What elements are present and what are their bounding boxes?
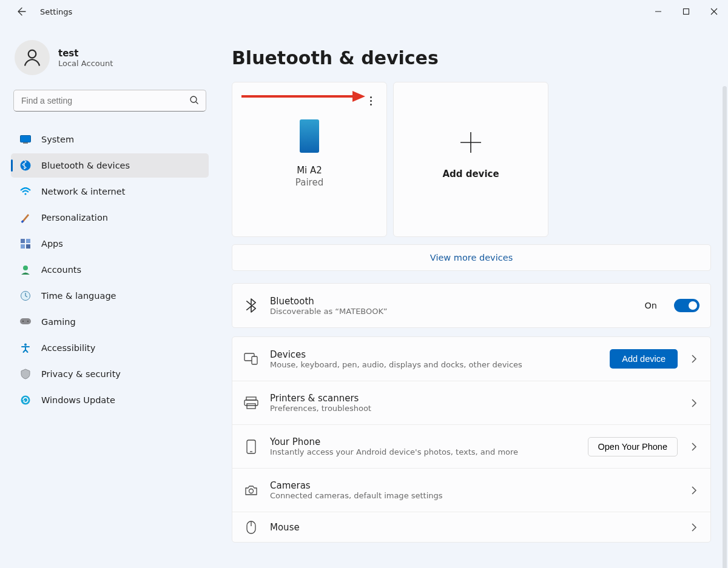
row-mouse[interactable]: Mouse [232, 512, 710, 542]
phone-row-icon [243, 439, 259, 454]
main-content: Bluetooth & devices Mi A2 Paired Add dev… [217, 23, 728, 568]
open-your-phone-button[interactable]: Open Your Phone [588, 437, 678, 456]
accessibility-icon [19, 342, 32, 354]
close-button[interactable] [700, 2, 728, 21]
nav-network-internet[interactable]: Network & internet [11, 179, 209, 204]
nav-label: Accounts [41, 265, 81, 275]
svg-rect-5 [21, 136, 31, 142]
view-more-label: View more devices [430, 253, 513, 262]
row-devices[interactable]: Devices Mouse, keyboard, pen, audio, dis… [232, 337, 710, 381]
devices-section: Devices Mouse, keyboard, pen, audio, dis… [232, 336, 711, 543]
nav-time-language[interactable]: Time & language [11, 284, 209, 308]
svg-point-8 [24, 193, 26, 195]
system-icon [19, 133, 32, 145]
chevron-right-icon [689, 523, 699, 532]
nav-privacy-security[interactable]: Privacy & security [11, 362, 209, 386]
nav-accounts[interactable]: Accounts [11, 258, 209, 282]
bluetooth-state-label: On [644, 301, 657, 310]
back-button[interactable] [15, 4, 29, 19]
minimize-icon [655, 8, 662, 15]
nav-system[interactable]: System [11, 127, 209, 152]
nav-windows-update[interactable]: Windows Update [11, 388, 209, 412]
devices-icon [243, 353, 259, 365]
svg-rect-25 [246, 397, 256, 400]
svg-rect-24 [252, 356, 257, 364]
cameras-title: Cameras [270, 480, 678, 491]
svg-point-7 [21, 161, 31, 171]
your-phone-subtitle: Instantly access your Android device's p… [270, 447, 577, 456]
phone-icon [300, 119, 319, 153]
svg-point-14 [23, 266, 28, 270]
paintbrush-icon [19, 212, 32, 224]
row-printers-scanners[interactable]: Printers & scanners Preferences, trouble… [232, 381, 710, 424]
profile-block[interactable]: test Local Account [15, 40, 209, 75]
nav-label: Apps [41, 239, 63, 249]
scrollbar[interactable] [723, 86, 727, 568]
svg-rect-27 [247, 404, 255, 409]
bluetooth-card: Bluetooth Discoverable as “MATEBOOK” On [232, 283, 711, 328]
chevron-right-icon [689, 486, 699, 495]
nav-gaming[interactable]: Gaming [11, 310, 209, 334]
bluetooth-subtitle: Discoverable as “MATEBOOK” [270, 307, 633, 316]
chevron-right-icon [689, 399, 699, 407]
avatar [15, 40, 50, 75]
search-box [13, 90, 206, 112]
device-status: Paired [295, 177, 323, 188]
apps-icon [19, 238, 32, 250]
devices-title: Devices [270, 349, 599, 360]
bluetooth-title: Bluetooth [270, 296, 633, 307]
chevron-right-icon [689, 443, 699, 451]
window-controls [644, 2, 728, 21]
mouse-title: Mouse [270, 522, 678, 533]
clock-icon [19, 290, 32, 302]
svg-rect-26 [244, 400, 258, 406]
svg-point-20 [21, 396, 30, 405]
nav-label: System [41, 135, 74, 144]
nav-bluetooth-devices[interactable]: Bluetooth & devices [11, 153, 209, 178]
gaming-icon [19, 316, 32, 328]
plus-icon [457, 127, 485, 158]
add-device-button[interactable]: Add device [610, 349, 678, 369]
maximize-button[interactable] [672, 2, 700, 21]
nav-list: System Bluetooth & devices Network & int… [11, 127, 209, 412]
printers-subtitle: Preferences, troubleshoot [270, 404, 678, 413]
your-phone-title: Your Phone [270, 436, 577, 447]
sidebar: test Local Account System Bluetooth & de… [0, 23, 217, 568]
search-icon [189, 95, 199, 107]
devices-subtitle: Mouse, keyboard, pen, audio, displays an… [270, 360, 599, 369]
svg-rect-6 [23, 142, 28, 144]
cameras-subtitle: Connected cameras, default image setting… [270, 491, 678, 500]
nav-label: Windows Update [41, 395, 115, 405]
wifi-icon [19, 185, 32, 198]
svg-rect-1 [684, 9, 689, 15]
bluetooth-row-icon [243, 298, 259, 313]
bluetooth-toggle[interactable] [674, 299, 699, 312]
user-subtitle: Local Account [58, 59, 113, 68]
maximize-icon [682, 8, 690, 15]
add-device-label: Add device [442, 169, 499, 179]
search-input[interactable] [13, 90, 206, 112]
nav-accessibility[interactable]: Accessibility [11, 336, 209, 360]
nav-apps[interactable]: Apps [11, 232, 209, 256]
minimize-button[interactable] [644, 2, 672, 21]
svg-marker-34 [352, 91, 365, 102]
svg-point-19 [24, 344, 27, 346]
shield-icon [19, 368, 32, 380]
person-icon [21, 47, 43, 68]
row-your-phone[interactable]: Your Phone Instantly access your Android… [232, 424, 710, 468]
bluetooth-icon [19, 159, 32, 172]
printer-icon [243, 396, 259, 410]
view-more-devices-button[interactable]: View more devices [232, 244, 711, 271]
row-cameras[interactable]: Cameras Connected cameras, default image… [232, 468, 710, 512]
page-title: Bluetooth & devices [232, 47, 705, 68]
nav-label: Gaming [41, 317, 76, 327]
svg-point-3 [190, 96, 197, 102]
nav-label: Time & language [41, 291, 116, 301]
svg-rect-12 [21, 244, 25, 249]
add-device-tile[interactable]: Add device [393, 82, 548, 237]
device-tile-mi-a2[interactable]: Mi A2 Paired [232, 82, 387, 237]
nav-personalization[interactable]: Personalization [11, 205, 209, 230]
device-name: Mi A2 [297, 165, 322, 176]
svg-rect-16 [20, 318, 31, 324]
nav-label: Personalization [41, 213, 108, 222]
